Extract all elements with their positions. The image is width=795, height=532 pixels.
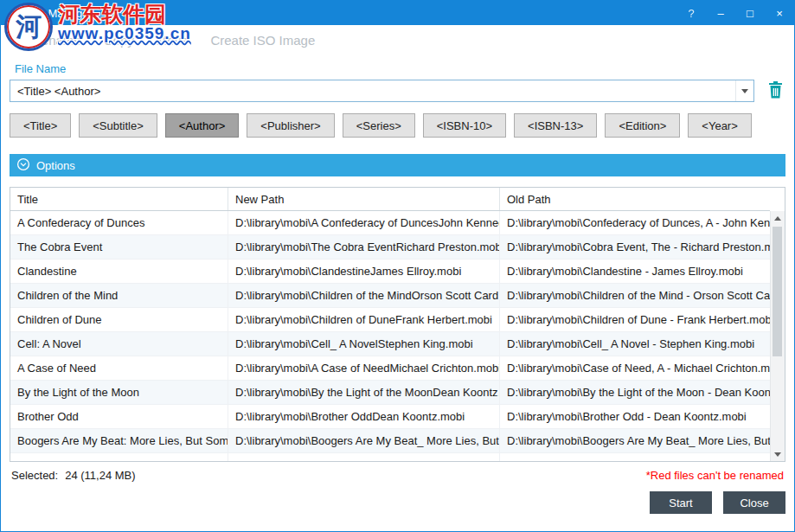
tab-rename[interactable]: Rename: [32, 33, 81, 48]
maximize-button[interactable]: □: [735, 1, 765, 25]
chevron-circle-icon: [16, 157, 30, 174]
table-cell: Blood Meridian…: [10, 453, 228, 461]
close-action-button[interactable]: Close: [723, 491, 785, 514]
table-cell: D:\library\mobi\Children of the MindOrso…: [228, 284, 500, 307]
table-cell: D:\library\mobi\Children of Dune - Frank…: [500, 308, 770, 331]
tab-move[interactable]: Move: [157, 33, 189, 48]
token-button-series[interactable]: <Series>: [343, 113, 415, 138]
tab-strip: RenameCopyMoveCreate ISO Image: [1, 25, 794, 52]
window-title: File Manager: [27, 7, 93, 20]
table-cell: D:\library\mobi\Blood Meridian - Cormac …: [500, 453, 770, 461]
chevron-down-icon[interactable]: [735, 80, 753, 101]
selection-summary: Selected: 24 (11,24 MB): [11, 469, 136, 482]
selected-label: Selected:: [11, 469, 58, 482]
table-cell: D:\library\mobi\A Case of NeedMichael Cr…: [228, 356, 500, 380]
token-button-title[interactable]: <Title>: [10, 113, 71, 138]
table-body: A Confederacy of DuncesD:\library\mobi\A…: [10, 211, 770, 461]
tab-copy[interactable]: Copy: [104, 33, 134, 48]
table-row[interactable]: By the Light of the MoonD:\library\mobi\…: [10, 381, 770, 405]
table-cell: D:\library\mobi\Children of the Mind - O…: [500, 284, 770, 307]
table-cell: D:\library\mobi\By the Light of the Moon…: [500, 381, 770, 404]
table-header: Title New Path Old Path: [10, 188, 770, 211]
table-cell: A Confederacy of Dunces: [10, 211, 228, 234]
table-row[interactable]: Blood Meridian…D:\library\mobi\Blood Mer…: [10, 453, 770, 461]
minimize-button[interactable]: –: [706, 1, 735, 25]
table-row[interactable]: A Case of NeedD:\library\mobi\A Case of …: [10, 356, 770, 381]
content-area: File Name <Title> <Author> <T: [1, 62, 794, 514]
close-button[interactable]: ×: [765, 1, 794, 25]
table-cell: D:\library\mobi\Blood Meridian…Cormac Mc…: [228, 453, 500, 461]
titlebar: File Manager ? – □ ×: [1, 1, 794, 25]
red-files-note: *Red files can't be renamed: [646, 469, 784, 482]
status-bar: Selected: 24 (11,24 MB) *Red files can't…: [10, 469, 785, 482]
token-button-author[interactable]: <Author>: [165, 113, 240, 138]
table-cell: D:\library\mobi\By the Light of the Moon…: [228, 381, 500, 404]
token-button-publisher[interactable]: <Publisher>: [247, 113, 334, 138]
table-cell: D:\library\mobi\A Confederacy of DuncesJ…: [228, 211, 500, 234]
trash-icon: [767, 80, 784, 101]
table-row[interactable]: A Confederacy of DuncesD:\library\mobi\A…: [10, 211, 770, 235]
table-cell: Children of the Mind: [10, 284, 228, 307]
table-cell: Clandestine: [10, 260, 228, 283]
token-button-subtitle[interactable]: <Subtitle>: [79, 113, 157, 138]
window-controls: ? – □ ×: [676, 1, 794, 25]
table-cell: A Case of Need: [10, 356, 228, 380]
help-button[interactable]: ?: [676, 1, 706, 25]
table-cell: Boogers Are My Beat: More Lies, But Some…: [10, 429, 228, 452]
file-name-row: <Title> <Author>: [10, 80, 785, 102]
token-button-year[interactable]: <Year>: [688, 113, 751, 138]
filename-pattern-value: <Title> <Author>: [17, 85, 100, 98]
delete-pattern-button[interactable]: [765, 80, 785, 101]
table-cell: D:\library\mobi\Case of Need, A - Michae…: [500, 356, 770, 380]
scroll-down-icon[interactable]: [771, 447, 785, 461]
scroll-up-icon[interactable]: [771, 211, 785, 225]
rename-preview-table: Title New Path Old Path A Confederacy of…: [10, 187, 785, 462]
table-cell: Brother Odd: [10, 405, 228, 428]
table-row[interactable]: The Cobra EventD:\library\mobi\The Cobra…: [10, 235, 770, 260]
file-manager-window: File Manager ? – □ × RenameCopyMoveCreat…: [0, 0, 795, 532]
column-header-old-path[interactable]: Old Path: [500, 188, 770, 210]
table-cell: D:\library\mobi\The Cobra EventRichard P…: [228, 235, 500, 259]
table-cell: D:\library\mobi\Cell_ A NovelStephen Kin…: [228, 332, 500, 356]
token-button-row: <Title><Subtitle><Author><Publisher><Ser…: [10, 113, 785, 138]
selected-value: 24 (11,24 MB): [65, 469, 135, 482]
table-row[interactable]: Brother OddD:\library\mobi\Brother OddDe…: [10, 405, 770, 429]
vertical-scrollbar[interactable]: [770, 211, 785, 461]
table-cell: Children of Dune: [10, 308, 228, 331]
table-row[interactable]: Boogers Are My Beat: More Lies, But Some…: [10, 429, 770, 453]
table-cell: D:\library\mobi\Confederacy of Dunces, A…: [500, 211, 770, 234]
table-row[interactable]: Children of the MindD:\library\mobi\Chil…: [10, 284, 770, 308]
table-cell: D:\library\mobi\Boogers Are My Beat_ Mor…: [500, 429, 770, 452]
table-cell: D:\library\mobi\Cobra Event, The - Richa…: [500, 235, 770, 259]
table-cell: D:\library\mobi\Children of DuneFrank He…: [228, 308, 500, 331]
table-cell: D:\library\mobi\Cell_ A Novel - Stephen …: [500, 332, 770, 356]
column-header-title[interactable]: Title: [10, 188, 228, 210]
table-cell: Cell: A Novel: [10, 332, 228, 356]
filename-pattern-combobox[interactable]: <Title> <Author>: [10, 80, 754, 102]
table-cell: The Cobra Event: [10, 235, 228, 259]
table-cell: D:\library\mobi\ClandestineJames Ellroy.…: [228, 260, 500, 283]
table-cell: D:\library\mobi\Brother Odd - Dean Koont…: [500, 405, 770, 428]
start-button[interactable]: Start: [650, 491, 712, 514]
table-cell: D:\library\mobi\Clandestine - James Ellr…: [500, 260, 770, 283]
column-header-new-path[interactable]: New Path: [228, 188, 500, 210]
action-button-row: Start Close: [10, 491, 785, 514]
token-button-isbn13[interactable]: <ISBN-13>: [514, 113, 597, 138]
table-cell: D:\library\mobi\Boogers Are My Beat_ Mor…: [228, 429, 500, 452]
table-row[interactable]: ClandestineD:\library\mobi\ClandestineJa…: [10, 260, 770, 284]
table-row[interactable]: Children of DuneD:\library\mobi\Children…: [10, 308, 770, 332]
table-cell: By the Light of the Moon: [10, 381, 228, 404]
scrollbar-thumb[interactable]: [773, 227, 782, 356]
token-button-isbn10[interactable]: <ISBN-10>: [423, 113, 506, 138]
table-row[interactable]: Cell: A NovelD:\library\mobi\Cell_ A Nov…: [10, 332, 770, 356]
file-name-label: File Name: [15, 62, 785, 75]
tab-create-iso-image[interactable]: Create ISO Image: [210, 33, 315, 48]
options-expander[interactable]: Options: [10, 154, 785, 176]
table-cell: D:\library\mobi\Brother OddDean Koontz.m…: [228, 405, 500, 428]
token-button-edition[interactable]: <Edition>: [605, 113, 680, 138]
options-label: Options: [36, 159, 75, 172]
